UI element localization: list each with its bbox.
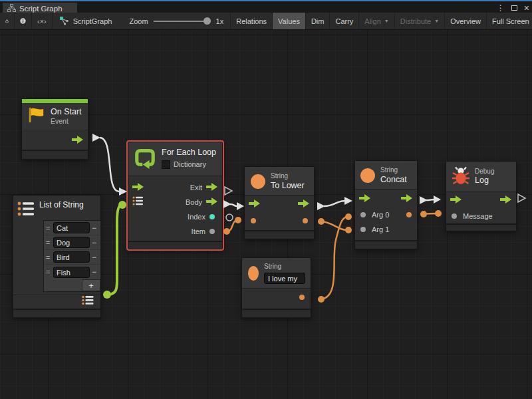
node-string-to-lower[interactable]: String To Lower: [244, 166, 315, 239]
exit-unconnected-indicator: [225, 187, 232, 195]
overview-button[interactable]: Overview: [445, 13, 487, 29]
align-button[interactable]: Align▼: [359, 13, 394, 29]
list-item-field[interactable]: Dog: [53, 237, 90, 248]
item-out-port[interactable]: [209, 229, 215, 234]
node-footer: [13, 309, 100, 317]
close-icon[interactable]: ×: [524, 3, 529, 13]
node-list-of-string[interactable]: List of String = Cat − = Dog − =: [13, 195, 101, 318]
result-out-port[interactable]: [406, 212, 412, 217]
zoom-control: Zoom 1x: [118, 13, 231, 29]
node-title: For Each Loop: [162, 148, 216, 158]
string-out-port[interactable]: [299, 295, 305, 300]
message-in-port[interactable]: [452, 213, 457, 219]
drag-handle[interactable]: =: [46, 268, 53, 276]
list-item-field[interactable]: Bird: [53, 251, 90, 263]
graph-canvas[interactable]: On Start Event: [0, 30, 532, 399]
node-debug-log[interactable]: Debug Log Message: [446, 161, 517, 231]
flow-out-port[interactable]: [72, 134, 84, 146]
flow-out-port[interactable]: [500, 194, 512, 206]
string-list-editor: = Cat − = Dog − = Bird − =: [43, 220, 101, 292]
flow-out-port[interactable]: [298, 198, 310, 210]
drag-handle[interactable]: =: [46, 224, 53, 232]
zoom-slider[interactable]: [154, 17, 211, 25]
info-button[interactable]: [15, 13, 32, 29]
dictionary-label: Dictionary: [174, 160, 206, 170]
arg1-in-port[interactable]: [360, 227, 366, 232]
flow-in-port[interactable]: [249, 198, 261, 210]
maximize-icon[interactable]: [511, 5, 517, 11]
graph-toolbar: ‹×› ScriptGraph Zoom 1x Relations Values…: [0, 13, 532, 30]
wire-tolower-to-concat: [317, 197, 352, 210]
list-item-row: = Fish −: [44, 265, 100, 279]
fullscreen-button[interactable]: Full Screen: [487, 13, 532, 29]
loop-icon: [134, 148, 156, 172]
string-value-field[interactable]: I love my: [264, 273, 305, 284]
flow-in-port[interactable]: [359, 193, 371, 205]
remove-item-button[interactable]: −: [90, 253, 98, 262]
relations-button[interactable]: Relations: [231, 13, 273, 29]
caret-down-icon: ▼: [384, 19, 389, 23]
zoom-value: 1x: [216, 17, 224, 25]
values-button[interactable]: Values: [273, 13, 306, 29]
node-title: On Start: [51, 107, 82, 118]
distribute-button[interactable]: Distribute▼: [395, 13, 445, 29]
code-preview-toggle[interactable]: ‹×›: [32, 13, 53, 29]
body-port-label: Body: [186, 198, 202, 206]
lock-button[interactable]: [0, 13, 15, 29]
window-menu-icon[interactable]: ⋮: [497, 3, 505, 13]
node-string-literal[interactable]: String I love my: [241, 257, 311, 318]
graph-name-label: ScriptGraph: [73, 17, 112, 25]
remove-item-button[interactable]: −: [90, 267, 98, 277]
wire-onstart-to-foreach: [92, 134, 127, 196]
graph-breadcrumb[interactable]: ScriptGraph: [53, 13, 119, 29]
index-out-port[interactable]: [209, 214, 215, 219]
node-for-each-loop[interactable]: For Each Loop Dictionary Exit: [128, 142, 223, 249]
dim-button[interactable]: Dim: [306, 13, 331, 29]
script-graph-icon: [59, 16, 69, 27]
log-out-unconnected-indicator: [518, 194, 525, 202]
body-flow-out-port[interactable]: [206, 196, 218, 208]
string-in-port[interactable]: [251, 218, 256, 223]
remove-item-button[interactable]: −: [90, 238, 98, 247]
flow-in-port[interactable]: [132, 182, 144, 194]
list-item-row: = Bird −: [44, 250, 100, 265]
node-on-start[interactable]: On Start Event: [21, 98, 88, 160]
node-subtitle: Event: [51, 117, 82, 126]
add-item-button[interactable]: +: [82, 279, 100, 291]
string-out-port[interactable]: [303, 218, 308, 223]
graph-hierarchy-icon: [7, 4, 16, 13]
arg0-label: Arg 0: [372, 211, 389, 219]
flow-out-port[interactable]: [401, 193, 413, 205]
node-string-concat[interactable]: String Concat Arg 0 Arg 1: [354, 160, 418, 249]
list-in-port[interactable]: [132, 196, 144, 208]
arg0-in-port[interactable]: [360, 212, 366, 217]
node-footer: [245, 230, 314, 239]
wire-item-to-tolower: [223, 217, 241, 235]
list-item-field[interactable]: Cat: [53, 222, 90, 233]
exit-flow-out-port[interactable]: [206, 182, 218, 194]
wire-concat-to-message: [420, 210, 442, 217]
index-unconnected-indicator: [226, 214, 233, 221]
tab-title: Script Graph: [19, 5, 63, 13]
node-footer: [355, 240, 417, 249]
flag-icon: [27, 106, 45, 127]
list-item-field[interactable]: Fish: [53, 267, 90, 278]
exit-port-label: Exit: [190, 184, 202, 192]
dictionary-checkbox[interactable]: [162, 160, 170, 169]
drag-handle[interactable]: =: [46, 239, 53, 247]
script-graph-window: Script Graph ⋮ × ‹×› ScriptGraph Zoom: [0, 0, 532, 399]
list-out-port[interactable]: [82, 295, 94, 308]
drag-handle[interactable]: =: [46, 253, 53, 261]
string-type-icon: [248, 266, 259, 281]
wire-literal-to-arg0: [318, 213, 352, 303]
remove-item-button[interactable]: −: [90, 223, 98, 233]
string-type-icon: [251, 174, 265, 189]
message-label: Message: [463, 212, 493, 220]
item-port-label: Item: [192, 227, 205, 235]
flow-in-port[interactable]: [450, 194, 462, 206]
carry-button[interactable]: Carry: [330, 13, 359, 29]
bug-icon: [452, 166, 469, 188]
zoom-slider-handle[interactable]: [203, 17, 211, 25]
node-category: Debug: [475, 168, 494, 176]
tab-strip: Script Graph ⋮ ×: [0, 0, 532, 13]
